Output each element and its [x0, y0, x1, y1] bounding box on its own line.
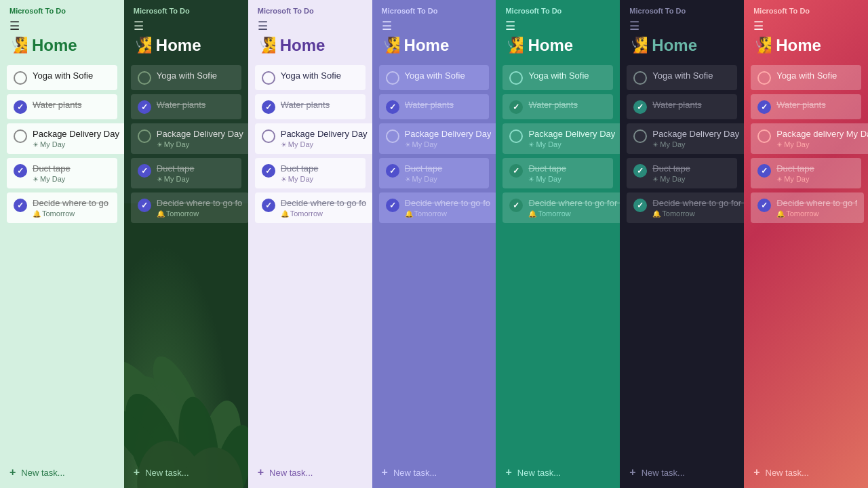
task-checkbox[interactable] — [757, 129, 771, 143]
panel-1: Microsoft To Do☰🧏HomeYoga with Sofie✓Wat… — [0, 0, 124, 488]
task-checkbox[interactable]: ✓ — [138, 199, 151, 212]
task-item[interactable]: Yoga with Sofie — [0, 63, 124, 92]
task-checkbox[interactable]: ✓ — [509, 199, 523, 212]
task-checkbox[interactable]: ✓ — [757, 199, 771, 212]
task-meta: 🔔Tomorrow — [281, 209, 366, 218]
task-checkbox[interactable]: ✓ — [757, 164, 771, 178]
task-item[interactable]: Package Delivery Day☀My Day — [496, 121, 620, 156]
new-task-footer[interactable]: +New task... — [744, 457, 868, 488]
task-checkbox[interactable] — [138, 129, 151, 143]
task-item[interactable]: ✓Decide where to go fo🔔Tomorrow — [372, 190, 496, 225]
new-task-footer[interactable]: +New task... — [372, 457, 496, 488]
task-item[interactable]: ✓Water plants — [496, 92, 620, 121]
menu-icon[interactable]: ☰ — [382, 20, 487, 32]
new-task-footer[interactable]: +New task... — [248, 457, 372, 488]
task-checkbox[interactable] — [262, 71, 275, 85]
task-checkbox[interactable]: ✓ — [633, 100, 647, 114]
task-item[interactable]: ✓Water plants — [620, 92, 744, 121]
task-checkbox[interactable]: ✓ — [386, 100, 399, 114]
task-item[interactable]: ✓Duct tape☀My Day — [0, 156, 124, 190]
task-checkbox[interactable]: ✓ — [262, 199, 275, 212]
task-item[interactable]: Yoga with Sofie — [496, 63, 620, 92]
task-item[interactable]: Package Delivery Day☀My Day — [248, 121, 372, 156]
task-checkbox[interactable]: ✓ — [633, 164, 647, 178]
task-item[interactable]: Package Delivery Day☀My Day — [0, 121, 124, 156]
task-name: Duct tape — [528, 163, 606, 174]
task-item[interactable]: ✓Duct tape☀My Day — [496, 156, 620, 190]
menu-icon[interactable]: ☰ — [629, 20, 734, 32]
task-name: Package Delivery Day — [528, 129, 615, 139]
task-checkbox[interactable]: ✓ — [262, 100, 275, 114]
task-checkbox[interactable]: ✓ — [14, 164, 27, 178]
task-text-block: Package delivery My Day☀My Day — [776, 129, 868, 148]
task-item[interactable]: ✓Duct tape☀My Day — [372, 156, 496, 190]
new-task-footer[interactable]: +New task... — [124, 457, 248, 488]
home-emoji: 🧏 — [9, 37, 28, 54]
task-checkbox[interactable]: ✓ — [262, 164, 275, 178]
task-checkbox[interactable] — [633, 129, 647, 143]
task-checkbox[interactable]: ✓ — [386, 164, 399, 178]
task-item[interactable]: ✓Decide where to go for t🔔Tomorrow — [496, 190, 620, 225]
menu-icon[interactable]: ☰ — [505, 20, 610, 32]
task-checkbox[interactable]: ✓ — [14, 199, 27, 212]
task-item[interactable]: Yoga with Sofie — [124, 63, 248, 92]
task-checkbox[interactable]: ✓ — [633, 199, 647, 212]
task-text-block: Water plants — [776, 100, 854, 110]
task-item[interactable]: Package Delivery Day☀My Day — [372, 121, 496, 156]
new-task-footer[interactable]: +New task... — [620, 457, 744, 488]
task-item[interactable]: ✓Decide where to go fo🔔Tomorrow — [124, 190, 248, 225]
task-checkbox[interactable]: ✓ — [138, 164, 151, 178]
task-item[interactable]: Package Delivery Day☀My Day — [124, 121, 248, 156]
task-item[interactable]: ✓Duct tape☀My Day — [124, 156, 248, 190]
menu-icon[interactable]: ☰ — [134, 20, 239, 32]
task-item[interactable]: Yoga with Sofie — [620, 63, 744, 92]
menu-icon[interactable]: ☰ — [258, 20, 363, 32]
task-checkbox[interactable]: ✓ — [757, 100, 771, 114]
task-checkbox[interactable]: ✓ — [509, 164, 523, 178]
task-item[interactable]: ✓Decide where to go fo🔔Tomorrow — [248, 190, 372, 225]
task-checkbox[interactable] — [262, 129, 275, 143]
task-checkbox[interactable] — [757, 71, 771, 85]
task-item[interactable]: ✓Water plants — [248, 92, 372, 121]
new-task-label: New task... — [517, 468, 561, 478]
task-checkbox[interactable] — [509, 71, 523, 85]
task-checkbox[interactable]: ✓ — [386, 199, 399, 212]
task-checkbox[interactable] — [633, 71, 647, 85]
task-checkbox[interactable] — [509, 129, 523, 143]
task-text-block: Duct tape☀My Day — [33, 163, 111, 183]
task-item[interactable]: ✓Decide where to go f🔔Tomorrow — [744, 190, 868, 225]
meta-icon: ☀ — [405, 176, 411, 183]
panel-header: ☰🧏Home — [0, 18, 124, 62]
task-item[interactable]: Package delivery My Day☀My Day — [744, 121, 868, 156]
task-item-inner: Package Delivery Day☀My Day — [627, 123, 744, 154]
task-item[interactable]: ✓Water plants — [372, 92, 496, 121]
new-task-footer[interactable]: +New task... — [496, 457, 620, 488]
task-item[interactable]: Yoga with Sofie — [744, 63, 868, 92]
task-item[interactable]: Yoga with Sofie — [372, 63, 496, 92]
new-task-footer[interactable]: +New task... — [0, 457, 124, 488]
task-item[interactable]: ✓Decide where to go for t🔔Tomorrow — [620, 190, 744, 225]
task-checkbox[interactable] — [386, 129, 399, 143]
task-checkbox[interactable]: ✓ — [14, 100, 27, 114]
task-item[interactable]: ✓Water plants — [744, 92, 868, 121]
meta-icon: ☀ — [652, 141, 658, 148]
task-checkbox[interactable] — [138, 71, 151, 85]
task-item-inner: Yoga with Sofie — [7, 65, 117, 90]
task-item[interactable]: Yoga with Sofie — [248, 63, 372, 92]
task-checkbox[interactable] — [14, 129, 27, 143]
task-checkbox[interactable] — [386, 71, 399, 85]
task-item[interactable]: Package Delivery Day☀My Day — [620, 121, 744, 156]
task-list: Yoga with Sofie✓Water plantsPackage Deli… — [620, 62, 744, 261]
task-item[interactable]: ✓Duct tape☀My Day — [248, 156, 372, 190]
menu-icon[interactable]: ☰ — [753, 20, 859, 32]
task-checkbox[interactable] — [14, 71, 27, 85]
task-item[interactable]: ✓Duct tape☀My Day — [620, 156, 744, 190]
task-checkbox[interactable]: ✓ — [509, 100, 523, 114]
menu-icon[interactable]: ☰ — [9, 20, 115, 32]
task-item[interactable]: ✓Water plants — [124, 92, 248, 121]
app-name-label: Microsoft To Do — [124, 0, 248, 18]
task-item[interactable]: ✓Duct tape☀My Day — [744, 156, 868, 190]
task-item[interactable]: ✓Decide where to go🔔Tomorrow — [0, 190, 124, 225]
task-checkbox[interactable]: ✓ — [138, 100, 151, 114]
task-item[interactable]: ✓Water plants — [0, 92, 124, 121]
